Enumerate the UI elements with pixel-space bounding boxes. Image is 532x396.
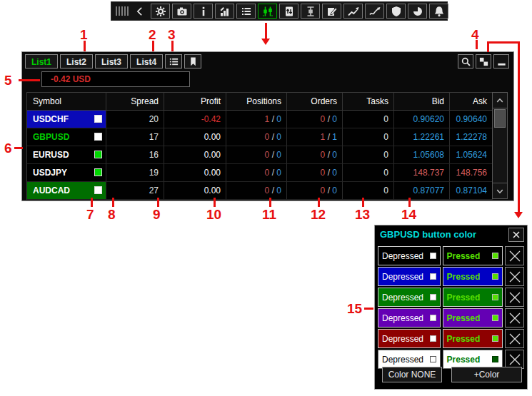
symbol-cell[interactable]: GBPUSD: [27, 128, 106, 146]
depressed-color-button[interactable]: Depressed: [378, 246, 441, 265]
symbol-color-button[interactable]: [94, 115, 102, 123]
column-header-positions[interactable]: Positions: [226, 93, 287, 111]
chevron-left-icon: [135, 6, 145, 16]
column-header-orders[interactable]: Orders: [287, 93, 343, 111]
statistics-button[interactable]: [215, 4, 234, 19]
collapse-button[interactable]: [135, 6, 145, 16]
column-header-ask[interactable]: Ask: [450, 93, 493, 111]
annotation-line: [487, 41, 520, 44]
pie-chart-button[interactable]: [408, 4, 427, 19]
search-button[interactable]: [458, 54, 473, 68]
annotation-10: 10: [206, 208, 221, 221]
depressed-color-button[interactable]: Depressed: [378, 350, 441, 369]
table-row[interactable]: GBPUSD 17 0.00 0 / 0 1 / 1 0 1.22261 1.2…: [27, 128, 493, 146]
table-row[interactable]: USDCHF 20 -0.42 1 / 0 0 / 0 0 0.90620 0.…: [27, 111, 493, 128]
delete-color-button[interactable]: [505, 308, 524, 328]
chevron-down-icon: [495, 187, 505, 196]
add-color-button[interactable]: +Color: [451, 367, 522, 382]
bookmark-button[interactable]: [184, 54, 201, 68]
tab-list3[interactable]: List3: [95, 54, 128, 68]
annotation-arrowhead: [261, 39, 270, 45]
info-button[interactable]: [194, 4, 213, 19]
list-view-button[interactable]: [165, 54, 182, 68]
delete-color-button[interactable]: [505, 246, 524, 265]
minimize-button[interactable]: [493, 54, 509, 68]
delete-color-button[interactable]: [505, 329, 524, 348]
symbol-buttons-button[interactable]: [258, 4, 277, 19]
color-row: Depressed Pressed: [378, 246, 524, 265]
column-header-spread[interactable]: Spread: [106, 93, 164, 111]
note-pencil-icon: [326, 6, 338, 17]
dialog-close-button[interactable]: [508, 228, 524, 242]
table-row[interactable]: USDJPY 19 0.00 0 / 0 0 / 0 0 148.737 148…: [27, 164, 493, 182]
delete-color-button[interactable]: [505, 267, 524, 286]
depressed-color-button[interactable]: Depressed: [378, 329, 441, 348]
annotation-line: [157, 198, 159, 207]
ask-cell: 0.90640: [450, 111, 493, 128]
tab-list2[interactable]: List2: [60, 54, 93, 68]
trendline-button[interactable]: [343, 4, 363, 19]
vertical-scale-button[interactable]: [301, 4, 320, 19]
tab-list1[interactable]: List1: [25, 54, 58, 68]
symbol-cell[interactable]: USDJPY: [27, 164, 106, 182]
shield-button[interactable]: [386, 4, 406, 19]
table-row[interactable]: EURUSD 16 0.00 0 / 0 0 / 0 0 1.05608 1.0…: [27, 146, 493, 164]
symbol-color-button[interactable]: [94, 133, 102, 141]
annotation-13: 13: [355, 208, 370, 221]
symbol-color-button[interactable]: [94, 168, 102, 176]
screenshot-button[interactable]: [172, 4, 191, 19]
column-header-profit[interactable]: Profit: [164, 93, 226, 111]
documents-transfer-button[interactable]: [279, 4, 298, 19]
depressed-color-button[interactable]: Depressed: [378, 267, 441, 286]
column-header-tasks[interactable]: Tasks: [343, 93, 394, 111]
annotation-9: 9: [153, 208, 161, 221]
symbol-cell[interactable]: EURUSD: [27, 146, 106, 164]
symbol-label: GBPUSD: [33, 132, 69, 142]
delete-color-button[interactable]: [505, 350, 524, 369]
toolbar-grip-handle[interactable]: [116, 6, 129, 16]
bookmark-icon: [188, 56, 199, 67]
pressed-color-button[interactable]: Pressed: [443, 308, 503, 328]
list-icon: [241, 6, 252, 17]
annotation-line: [152, 41, 154, 51]
column-header-symbol[interactable]: Symbol: [27, 93, 106, 111]
symbol-color-button[interactable]: [94, 186, 102, 194]
main-toolbar: [111, 1, 448, 21]
button-color-dialog: GBPUSD button color Depressed Pressed De…: [374, 225, 528, 390]
tile-color-button[interactable]: [476, 54, 491, 68]
list-button[interactable]: [236, 4, 256, 19]
depressed-color-button[interactable]: Depressed: [378, 288, 441, 307]
depressed-color-button[interactable]: Depressed: [378, 308, 441, 328]
annotation-line: [487, 43, 489, 52]
notes-edit-button[interactable]: [322, 4, 341, 19]
alerts-button[interactable]: [429, 4, 448, 19]
symbol-cell[interactable]: USDCHF: [27, 111, 106, 128]
shield-icon: [391, 6, 402, 17]
pressed-color-button[interactable]: Pressed: [443, 246, 503, 265]
column-header-bid[interactable]: Bid: [394, 93, 450, 111]
table-header-row: Symbol Spread Profit Positions Orders Ta…: [27, 93, 493, 111]
delete-icon: [508, 353, 521, 366]
symbol-color-button[interactable]: [94, 151, 102, 158]
scrollbar-thumb[interactable]: [494, 109, 506, 128]
table-row[interactable]: AUDCAD 27 0.00 0 / 0 0 / 0 0 0.87077 0.8…: [27, 182, 493, 200]
table-scrollbar[interactable]: [492, 92, 508, 199]
orders-cell: 0 / 0: [287, 146, 343, 164]
scroll-down-button[interactable]: [493, 183, 507, 198]
delete-color-button[interactable]: [505, 288, 524, 307]
symbol-cell[interactable]: AUDCAD: [27, 182, 106, 200]
annotation-line: [91, 198, 93, 207]
pressed-color-button[interactable]: Pressed: [443, 350, 503, 369]
profit-cell: 0.00: [164, 146, 226, 164]
scroll-up-button[interactable]: [493, 93, 507, 108]
checker-icon: [478, 56, 489, 67]
pressed-color-button[interactable]: Pressed: [443, 288, 503, 307]
depressed-swatch: [430, 356, 436, 362]
settings-button[interactable]: [151, 4, 170, 19]
color-none-button[interactable]: Color NONE: [382, 367, 442, 382]
pressed-color-button[interactable]: Pressed: [443, 329, 503, 348]
pressed-color-button[interactable]: Pressed: [443, 267, 503, 286]
annotation-line: [269, 198, 271, 207]
tab-list4[interactable]: List4: [130, 54, 163, 68]
trend-curve-button[interactable]: [365, 4, 384, 19]
